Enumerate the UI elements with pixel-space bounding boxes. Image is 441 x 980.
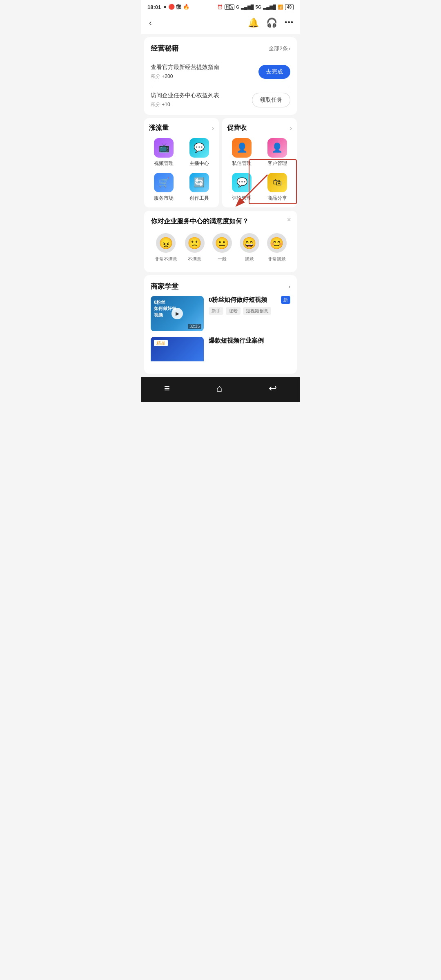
liuliang-icon-grid: 📺 视频管理 💬 主播中心 🛒 服务市场 — [149, 138, 214, 202]
more-options-button[interactable]: ••• — [285, 18, 294, 27]
status-bar: 18:01 ● 🔴 微 🔥 ⏰ HD₂ G ▂▄▆█ 5G ▂▄▆█ 📶 49 — [141, 0, 300, 12]
notification-bell-icon[interactable]: 🔔 — [248, 18, 259, 28]
video-title-2: 爆款短视频行业案例 — [209, 337, 290, 345]
yingshou-more-icon[interactable]: › — [290, 125, 292, 131]
school-header: 商家学堂 › — [151, 282, 290, 291]
liuliang-item-service[interactable]: 🛒 服务市场 — [149, 173, 179, 202]
rating-very-unsatisfied[interactable]: 😠 非常不满意 — [155, 233, 177, 262]
tag-fans: 涨粉 — [226, 307, 241, 315]
video-item-1[interactable]: 0粉丝如何做好短视频 ▶ 32:35 0粉丝如何做好短视频 新 新手 涨粉 短视… — [151, 296, 290, 331]
emoji-rating-row: 😠 非常不满意 🙁 不满意 😐 一般 😄 满意 😊 非常满意 — [151, 233, 290, 262]
task-item-2: 访问企业任务中心权益列表 积分 +10 领取任务 — [151, 86, 290, 108]
jingying-title: 经营秘籍 — [151, 44, 178, 53]
video-title-1: 0粉丝如何做好短视频 — [209, 296, 278, 304]
video-thumb-1: 0粉丝如何做好短视频 ▶ 32:35 — [151, 296, 204, 331]
school-more-link[interactable]: › — [289, 283, 290, 290]
nav-home-icon[interactable]: ⌂ — [216, 383, 223, 394]
status-right-icons: ⏰ HD₂ G ▂▄▆█ 5G ▂▄▆█ 📶 49 — [217, 4, 294, 10]
tag-beginner: 新手 — [209, 307, 223, 315]
survey-close-button[interactable]: × — [287, 216, 291, 224]
yingshou-card: 促营收 › 👤 私信管理 👤 客户管理 — [222, 118, 297, 207]
liuliang-more-icon[interactable]: › — [212, 125, 214, 131]
two-col-section: 涨流量 › 📺 视频管理 💬 主播中心 — [141, 118, 300, 207]
task-points-2: 积分 +10 — [151, 101, 219, 108]
rating-satisfied[interactable]: 😄 满意 — [240, 233, 259, 262]
task-points-1: 积分 +200 — [151, 73, 219, 80]
task-complete-button-1[interactable]: 去完成 — [258, 65, 290, 79]
feature-grid: 涨流量 › 📺 视频管理 💬 主播中心 — [144, 118, 297, 207]
video-duration-1: 32:35 — [188, 324, 201, 329]
task-name-2: 访问企业任务中心权益列表 — [151, 92, 219, 99]
liuliang-item-video[interactable]: 📺 视频管理 — [149, 138, 179, 167]
header-left: ‹ — [147, 16, 154, 29]
school-title: 商家学堂 — [151, 282, 178, 291]
header: ‹ 🔔 🎧 ••• — [141, 12, 300, 34]
video-tags-1: 新手 涨粉 短视频创意 — [209, 307, 290, 315]
tag-short-video: 短视频创意 — [243, 307, 271, 315]
yingshou-item-product-share[interactable]: 🛍 商品分享 — [263, 173, 292, 202]
merchant-school-section: 商家学堂 › 0粉丝如何做好短视频 ▶ 32:35 0粉丝如何做好短视频 新 新… — [144, 275, 297, 374]
nav-back-icon[interactable]: ↩ — [269, 383, 277, 394]
status-app-icons: ● 🔴 微 🔥 — [163, 3, 189, 11]
task-name-1: 查看官方最新经营提效指南 — [151, 64, 219, 71]
video-badge-new-1: 新 — [281, 296, 290, 304]
nav-menu-icon[interactable]: ≡ — [164, 383, 170, 394]
jingying-header: 经营秘籍 全部2条 › — [151, 44, 290, 53]
yingshou-icon-grid: 👤 私信管理 👤 客户管理 💬 评论管理 — [227, 138, 292, 202]
liuliang-item-anchor[interactable]: 💬 主播中心 — [185, 138, 214, 167]
jingying-more-link[interactable]: 全部2条 › — [269, 45, 290, 52]
headset-icon[interactable]: 🎧 — [266, 18, 277, 28]
yingshou-item-customer[interactable]: 👤 客户管理 — [263, 138, 292, 167]
yingshou-item-comment[interactable]: 💬 评论管理 — [227, 173, 257, 202]
jingying-card: 经营秘籍 全部2条 › 查看官方最新经营提效指南 积分 +200 去完成 访问企… — [144, 37, 297, 115]
task-claim-button-2[interactable]: 领取任务 — [252, 93, 290, 107]
rating-very-satisfied[interactable]: 😊 非常满意 — [267, 233, 287, 262]
task-item-1: 查看官方最新经营提效指南 积分 +200 去完成 — [151, 58, 290, 86]
rating-unsatisfied[interactable]: 🙁 不满意 — [185, 233, 205, 262]
rating-neutral[interactable]: 😐 一般 — [212, 233, 232, 262]
bottom-nav: ≡ ⌂ ↩ — [141, 377, 300, 402]
yingshou-title: 促营收 — [227, 124, 247, 132]
yingshou-item-private-msg[interactable]: 👤 私信管理 — [227, 138, 257, 167]
header-right: 🔔 🎧 ••• — [248, 18, 294, 28]
survey-title: 你对企业服务中心的满意度如何？ — [151, 217, 290, 226]
status-time-area: 18:01 ● 🔴 微 🔥 — [147, 3, 189, 11]
video-item-2[interactable]: 精品 爆款短视频行业案例 — [151, 337, 290, 361]
liuliang-item-create[interactable]: 🔄 创作工具 — [185, 173, 214, 202]
back-button[interactable]: ‹ — [147, 16, 154, 29]
satisfaction-survey: × 你对企业服务中心的满意度如何？ 😠 非常不满意 🙁 不满意 😐 一般 😄 满… — [144, 211, 297, 272]
liuliang-card: 涨流量 › 📺 视频管理 💬 主播中心 — [144, 118, 219, 207]
video-thumb-2: 精品 — [151, 337, 204, 361]
liuliang-title: 涨流量 — [149, 124, 169, 132]
thumb-badge-premium: 精品 — [154, 340, 168, 346]
status-time: 18:01 — [147, 4, 161, 10]
